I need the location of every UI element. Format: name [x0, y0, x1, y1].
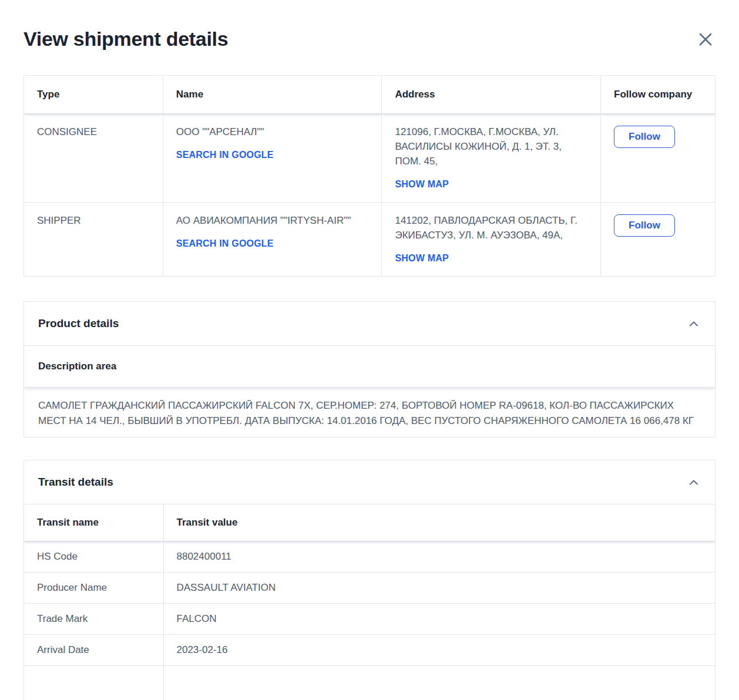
party-name: ООО ""АРСЕНАЛ"" [176, 124, 369, 139]
search-in-google-link[interactable]: SEARCH IN GOOGLE [176, 236, 274, 251]
party-address-cell: 121096, Г.МОСКВА, Г.МОСКВА, УЛ. ВАСИЛИСЫ… [382, 114, 601, 203]
column-header-transit-name: Transit name [24, 504, 163, 541]
product-details-section: Product details Description area САМОЛЕТ… [23, 301, 716, 438]
transit-row-partial [24, 666, 715, 700]
party-address-cell: 141202, ПАВЛОДАРСКАЯ ОБЛАСТЬ, Г. ЭКИБАСТ… [382, 203, 601, 277]
transit-value: DASSAULT AVIATION [163, 573, 715, 604]
table-row-shipper: SHIPPER АО АВИАКОМПАНИЯ ""IRTYSH-AIR"" S… [24, 203, 716, 277]
chevron-up-icon[interactable] [687, 318, 701, 329]
page-title: View shipment details [23, 26, 228, 52]
transit-row-producer-name: Producer Name DASSAULT AVIATION [24, 573, 715, 604]
transit-details-section: Transit details Transit name Transit val… [23, 460, 716, 700]
party-address: 141202, ПАВЛОДАРСКАЯ ОБЛАСТЬ, Г. ЭКИБАСТ… [395, 213, 587, 243]
product-details-title: Product details [38, 317, 119, 331]
transit-table-header-row: Transit name Transit value [24, 504, 715, 541]
column-header-address: Address [382, 76, 601, 114]
transit-table: Transit name Transit value HS Code 88024… [24, 504, 715, 700]
transit-value [163, 666, 715, 700]
transit-value: FALCON [163, 604, 715, 635]
follow-cell: Follow [601, 203, 716, 277]
column-header-transit-value: Transit value [163, 504, 715, 541]
description-area-label: Description area [24, 346, 715, 388]
follow-button[interactable]: Follow [614, 214, 675, 237]
close-icon[interactable] [696, 29, 716, 49]
chevron-up-icon[interactable] [687, 477, 701, 488]
column-header-follow-company: Follow company [601, 76, 716, 114]
transit-row-trade-mark: Trade Mark FALCON [24, 604, 715, 635]
show-map-link[interactable]: SHOW MAP [395, 177, 448, 191]
party-type: CONSIGNEE [24, 114, 163, 203]
party-type: SHIPPER [24, 203, 163, 277]
transit-details-title: Transit details [38, 475, 113, 489]
transit-row-arrival-date: Arrival Date 2023-02-16 [24, 635, 715, 666]
product-details-header: Product details [24, 302, 715, 346]
party-address: 121096, Г.МОСКВА, Г.МОСКВА, УЛ. ВАСИЛИСЫ… [395, 124, 587, 169]
transit-name: Arrival Date [24, 635, 163, 666]
show-map-link[interactable]: SHOW MAP [395, 251, 448, 265]
transit-name [24, 666, 163, 700]
table-row-consignee: CONSIGNEE ООО ""АРСЕНАЛ"" SEARCH IN GOOG… [24, 114, 716, 203]
transit-name: HS Code [24, 541, 163, 573]
follow-button[interactable]: Follow [614, 126, 675, 148]
follow-cell: Follow [601, 114, 716, 203]
party-name: АО АВИАКОМПАНИЯ ""IRTYSH-AIR"" [176, 213, 369, 228]
search-in-google-link[interactable]: SEARCH IN GOOGLE [176, 147, 274, 162]
transit-value: 8802400011 [163, 541, 715, 573]
shipment-details-modal: View shipment details Type Name Address … [0, 0, 739, 700]
transit-details-header: Transit details [24, 460, 715, 504]
transit-name: Producer Name [24, 573, 163, 604]
transit-name: Trade Mark [24, 604, 163, 635]
transit-row-hs-code: HS Code 8802400011 [24, 541, 715, 573]
parties-table-header-row: Type Name Address Follow company [24, 76, 716, 114]
column-header-type: Type [24, 76, 163, 114]
parties-table: Type Name Address Follow company CONSIGN… [23, 75, 716, 277]
product-description-text: САМОЛЕТ ГРАЖДАНСКИЙ ПАССАЖИРСКИЙ FALCON … [24, 388, 715, 437]
party-name-cell: АО АВИАКОМПАНИЯ ""IRTYSH-AIR"" SEARCH IN… [163, 203, 382, 277]
column-header-name: Name [163, 76, 382, 114]
party-name-cell: ООО ""АРСЕНАЛ"" SEARCH IN GOOGLE [163, 114, 382, 203]
modal-header: View shipment details [23, 26, 716, 52]
transit-value: 2023-02-16 [163, 635, 715, 666]
